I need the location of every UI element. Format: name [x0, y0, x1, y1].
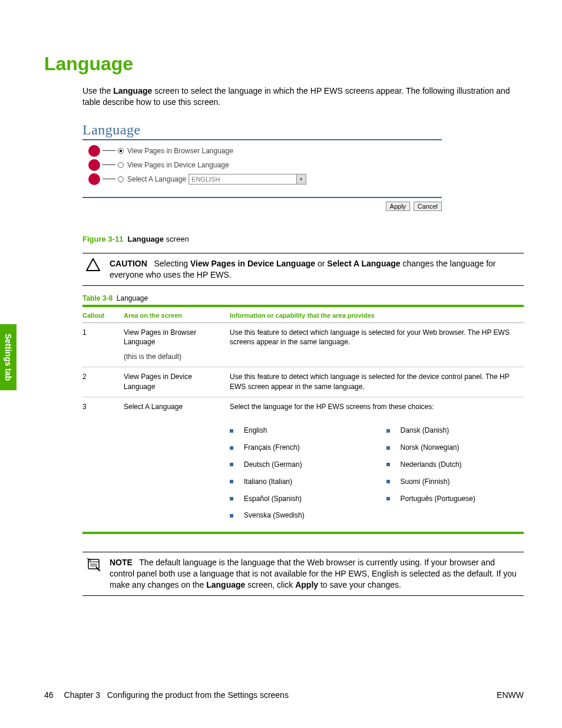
language-dropdown[interactable]: ENGLISH ▾ [189, 174, 306, 185]
note-bold1: Language [206, 580, 245, 589]
option-select-language[interactable]: Select A Language ENGLISH ▾ [88, 173, 442, 185]
cell-callout: 3 [82, 402, 124, 528]
option-label: View Pages in Browser Language [127, 147, 233, 155]
list-item: Suomi (Finnish) [386, 477, 520, 487]
caution-mid: or [315, 259, 327, 268]
intro-text: Use the [82, 86, 113, 95]
bullet-icon [230, 514, 233, 518]
list-item: Deutsch (German) [230, 460, 363, 470]
intro-paragraph: Use the Language screen to select the la… [82, 85, 524, 108]
cell-info: Use this feature to detect which languag… [230, 372, 524, 392]
page-number: 46 [44, 690, 54, 700]
bullet-icon [386, 480, 390, 483]
list-item: Español (Spanish) [230, 494, 363, 504]
lang-name: English [244, 426, 267, 436]
cell-callout: 2 [82, 372, 124, 392]
cell-area: Select A Language [124, 402, 230, 528]
callout-dot-2 [88, 159, 100, 171]
cell-area-text: View Pages in Browser Language [124, 328, 196, 347]
lang-name: Deutsch (German) [244, 460, 302, 470]
cell-info: Select the language for the HP EWS scree… [230, 402, 524, 528]
lang-name: Svenska (Swedish) [244, 510, 305, 521]
note-text3: to save your changes. [318, 580, 401, 589]
radio-selected-icon[interactable] [118, 148, 124, 154]
header-area: Area on the screen [124, 312, 230, 319]
cell-area: View Pages in Device Language [124, 372, 230, 392]
page-footer: 46 Chapter 3 Configuring the product fro… [44, 690, 524, 700]
table-row: 1 View Pages in Browser Language (this i… [82, 323, 524, 367]
table-caption: Table 3-8 Language [82, 294, 524, 302]
header-info: Information or capability that the area … [230, 312, 524, 319]
caution-box: CAUTION Selecting View Pages in Device L… [82, 253, 524, 286]
lang-name: Norsk (Norwegian) [401, 443, 459, 453]
note-label: NOTE [110, 558, 133, 567]
option-label: Select A Language [127, 175, 186, 183]
note-box: NOTE The default language is the languag… [82, 552, 524, 596]
language-list: English Français (French) Deutsch (Germa… [230, 419, 519, 528]
page-heading: Language [44, 53, 524, 75]
list-item: Dansk (Danish) [386, 426, 520, 436]
table-header: Callout Area on the screen Information o… [82, 312, 524, 323]
figure-label-bold: Language [128, 235, 164, 243]
table-top-border [82, 305, 524, 307]
list-item: English [230, 426, 363, 436]
list-item: Norsk (Norwegian) [386, 443, 520, 453]
chapter-title: Configuring the product from the Setting… [107, 690, 289, 700]
caution-bold2: Select A Language [327, 259, 400, 268]
lang-name: Français (French) [244, 443, 300, 453]
screenshot-title: Language [82, 122, 442, 140]
caution-bold1: View Pages in Device Language [190, 259, 315, 268]
bullet-icon [230, 429, 233, 433]
radio-icon[interactable] [118, 176, 124, 182]
table-row: 2 View Pages in Device Language Use this… [82, 367, 524, 397]
bullet-icon [230, 497, 233, 500]
language-table: Table 3-8 Language Callout Area on the s… [82, 294, 524, 535]
chapter-label: Chapter 3 [64, 690, 100, 700]
lang-name: Dansk (Danish) [401, 426, 449, 436]
list-item: Français (French) [230, 443, 363, 453]
connector-line [103, 150, 115, 151]
bullet-icon [386, 446, 390, 450]
bullet-icon [230, 480, 233, 483]
figure-label-rest: screen [164, 235, 189, 243]
screenshot-panel: Language View Pages in Browser Language … [82, 122, 442, 211]
bullet-icon [230, 446, 233, 450]
note-text2: screen, click [245, 580, 295, 589]
radio-icon[interactable] [118, 162, 124, 168]
bullet-icon [386, 497, 390, 500]
list-item: Italiano (Italian) [230, 477, 363, 487]
table-bottom-border [82, 532, 524, 534]
option-browser-language[interactable]: View Pages in Browser Language [88, 145, 442, 157]
apply-button[interactable]: Apply [386, 202, 411, 211]
header-callout: Callout [82, 312, 124, 319]
list-item: Nederlands (Dutch) [386, 460, 520, 470]
bullet-icon [386, 429, 390, 433]
option-label: View Pages in Device Language [127, 161, 229, 169]
caution-label: CAUTION [110, 259, 147, 268]
list-item: Svenska (Swedish) [230, 510, 363, 521]
footer-right: ENWW [497, 690, 524, 700]
divider [82, 197, 442, 198]
option-device-language[interactable]: View Pages in Device Language [88, 159, 442, 171]
callout-dot-3 [88, 173, 100, 185]
callout-dot-1 [88, 145, 100, 157]
caution-text: Selecting [154, 259, 190, 268]
table-row: 3 Select A Language Select the language … [82, 397, 524, 533]
bullet-icon [230, 463, 233, 466]
dropdown-value: ENGLISH [189, 176, 296, 183]
table-label: Language [117, 294, 148, 302]
list-item: Português (Portuguese) [386, 494, 520, 504]
bullet-icon [386, 463, 390, 466]
cell-area-sub: (this is the default) [124, 352, 225, 362]
cancel-button[interactable]: Cancel [414, 202, 442, 211]
cell-area: View Pages in Browser Language (this is … [124, 328, 230, 362]
intro-bold: Language [113, 86, 152, 95]
lang-name: Italiano (Italian) [244, 477, 292, 487]
figure-caption: Figure 3-11 Language screen [82, 235, 524, 243]
chevron-down-icon[interactable]: ▾ [296, 174, 306, 184]
figure-number: Figure 3-11 [82, 235, 123, 243]
lang-name: Português (Portuguese) [401, 494, 475, 504]
cell-info-text: Select the language for the HP EWS scree… [230, 403, 434, 411]
lang-name: Español (Spanish) [244, 494, 302, 504]
note-icon [86, 557, 101, 591]
